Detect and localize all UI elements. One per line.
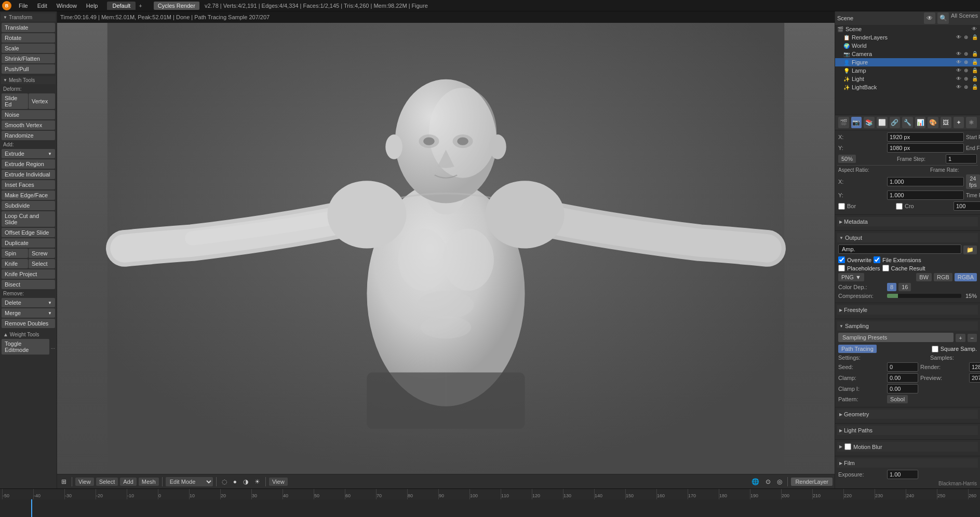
select-btn2[interactable]: Select [29,259,55,268]
prop-material-btn[interactable]: 🎨 [928,117,938,128]
lamp-lock-icon[interactable]: 🔒 [972,67,978,74]
prop-scene-btn[interactable]: 🎬 [838,117,849,128]
sampling-presets-btn[interactable]: Sampling Presets [838,333,954,342]
preview-input[interactable] [969,373,980,383]
aspect-x-input[interactable] [887,177,964,186]
frame-step-input[interactable] [946,154,977,164]
fps-btn[interactable]: 24 fps [966,174,980,189]
material-btn[interactable]: ◑ [241,477,250,486]
outliner-item-world[interactable]: 🌍 World [835,42,980,50]
pattern-btn[interactable]: Sobol [887,395,908,403]
extrude-individual-btn[interactable]: Extrude Individual [2,170,55,179]
wireframe-btn[interactable]: ◌ [220,477,229,486]
prop-constraints-btn[interactable]: 🔗 [890,117,901,128]
viewport-canvas[interactable] [57,23,835,474]
randomize-btn[interactable]: Randomize [2,131,55,140]
prop-physics-btn[interactable]: ⚛ [966,117,977,128]
square-samp-checkbox[interactable] [932,346,938,352]
loop-cut-btn[interactable]: Loop Cut and Slide [2,211,55,227]
outliner-item-figure[interactable]: 👤 Figure 👁 ⊕ 🔒 [835,58,980,66]
sampling-title[interactable]: Sampling [837,321,978,331]
film-title[interactable]: Film [837,458,978,468]
footer-add-btn[interactable]: Add [120,478,137,486]
outliner-item-renderlayers[interactable]: 📋 RenderLayers 👁 ⊕ 🔒 [835,33,980,42]
exposure-input[interactable] [887,470,918,479]
freestyle-title[interactable]: Freestyle [837,305,978,315]
push-pull-btn[interactable]: Push/Pull [2,64,55,74]
prop-particles-btn[interactable]: ✦ [954,117,964,128]
menu-edit[interactable]: Edit [33,2,51,10]
format-btn[interactable]: PNG ▼ [838,273,864,281]
cache-checkbox[interactable] [882,265,889,271]
delete-btn[interactable]: Delete [2,298,55,307]
metadata-title[interactable]: Metadata [837,217,978,226]
cam-cursor-icon[interactable]: ⊕ [964,51,970,57]
merge-btn[interactable]: Merge [2,308,55,318]
proportional-btn[interactable]: ◎ [775,477,784,486]
rendered-btn[interactable]: ☀ [252,477,262,486]
resolution-x-input[interactable] [887,132,964,142]
path-tracing-btn[interactable]: Path Tracing [838,345,877,353]
scene-eye-icon[interactable]: 👁 [972,26,978,32]
solid-btn[interactable]: ● [231,477,239,486]
time-remap-old[interactable] [954,201,980,211]
depth-16-btn[interactable]: 16 [898,283,911,291]
resolution-y-input[interactable] [887,143,964,153]
smooth-vertex-btn[interactable]: Smooth Vertex [2,120,55,130]
scale-btn[interactable]: Scale [2,44,55,53]
outliner-item-camera[interactable]: 📷 Camera 👁 ⊕ 🔒 [835,50,980,58]
translate-btn[interactable]: Translate [2,23,55,32]
bw-btn[interactable]: BW [916,273,932,281]
output-browse-btn[interactable]: 📁 [963,246,977,254]
lb-eye-icon[interactable]: 👁 [956,84,962,90]
shrink-flatten-btn[interactable]: Shrink/Flatten [2,54,55,63]
remove-preset-btn[interactable]: − [968,334,977,342]
lamp-cursor-icon[interactable]: ⊕ [964,67,970,74]
rgb-btn[interactable]: RGB [934,273,952,281]
light-eye-icon[interactable]: 👁 [956,76,962,82]
file-ext-checkbox[interactable] [874,256,880,263]
layout-tab[interactable]: Default [107,2,136,10]
aspect-y-input[interactable] [887,191,964,200]
add-preset-btn[interactable]: + [956,334,965,342]
rl-cursor-icon[interactable]: ⊕ [964,34,970,40]
subdivide-btn[interactable]: Subdivide [2,201,55,210]
render-samp-input[interactable] [969,362,980,372]
prop-object-btn[interactable]: ⬜ [877,117,888,128]
mode-select[interactable]: Edit Mode Object Mode [166,477,213,486]
rgba-btn[interactable]: RGBA [955,273,977,281]
light-paths-title[interactable]: Light Paths [837,426,978,435]
cro-checkbox[interactable] [896,203,903,210]
extrude-region-btn[interactable]: Extrude Region [2,159,55,169]
placeholders-checkbox[interactable] [838,265,845,271]
geometry-title[interactable]: Geometry [837,410,978,419]
magnet-btn[interactable]: ⊙ [763,477,773,486]
clamp-input[interactable] [887,373,918,383]
noise-btn[interactable]: Noise [2,110,55,119]
cam-lock-icon[interactable]: 🔒 [972,51,978,57]
screw-btn[interactable]: Screw [29,249,55,258]
menu-help[interactable]: Help [82,2,102,10]
outliner-view-btn[interactable]: 👁 [924,12,935,24]
slide-ed-btn[interactable]: Slide Ed [2,93,28,109]
depth-8-btn[interactable]: 8 [887,283,896,291]
prop-texture-btn[interactable]: 🖼 [941,117,951,128]
render-engine[interactable]: Cycles Render [154,2,199,10]
footer-mesh-btn[interactable]: Mesh [139,478,159,486]
vertex-btn[interactable]: Vertex [29,93,55,109]
extrude-btn[interactable]: Extrude [2,149,55,158]
motion-blur-title[interactable]: Motion Blur [837,442,978,452]
rl-eye-icon[interactable]: 👁 [956,34,962,40]
knife-btn[interactable]: Knife [2,259,28,268]
remove-doubles-btn[interactable]: Remove Doubles [2,319,55,328]
cam-eye-icon[interactable]: 👁 [956,51,962,57]
prop-layers-btn[interactable]: 📚 [864,117,875,128]
footer-view-btn2[interactable]: View [269,478,288,486]
fig-lock-icon[interactable]: 🔒 [972,59,978,65]
bor-checkbox[interactable] [838,203,845,210]
toggle-editmode-btn[interactable]: Toggle Editmode [2,339,49,355]
lamp-eye-icon[interactable]: 👁 [956,67,962,74]
outliner-item-light[interactable]: ✨ Light 👁 ⊕ 🔒 [835,75,980,83]
spin-btn[interactable]: Spin [2,249,28,258]
outliner-item-lightback[interactable]: ✨ LightBack 👁 ⊕ 🔒 [835,83,980,91]
